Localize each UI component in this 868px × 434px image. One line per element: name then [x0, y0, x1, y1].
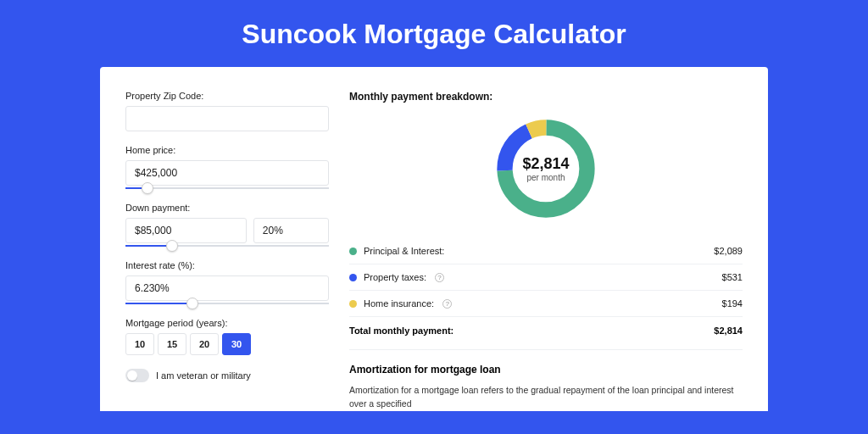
legend-label: Home insurance: — [364, 298, 434, 309]
interest-input[interactable] — [125, 275, 329, 301]
home-price-group: Home price: — [125, 145, 329, 189]
home-price-slider[interactable] — [125, 187, 329, 189]
down-payment-pct-input[interactable] — [253, 218, 329, 243]
period-20[interactable]: 20 — [190, 333, 219, 355]
dot-yellow-icon — [349, 300, 357, 308]
veteran-row: I am veteran or military — [125, 369, 329, 382]
interest-slider[interactable] — [125, 303, 329, 304]
page-title: Suncook Mortgage Calculator — [0, 0, 868, 67]
period-30[interactable]: 30 — [222, 333, 251, 355]
period-group: Mortgage period (years): 10 15 20 30 — [125, 318, 329, 355]
period-label: Mortgage period (years): — [125, 318, 329, 328]
breakdown-panel: Monthly payment breakdown: $2,814 per mo… — [349, 91, 743, 411]
interest-group: Interest rate (%): — [125, 260, 329, 304]
total-label: Total monthly payment: — [349, 326, 453, 336]
zip-label: Property Zip Code: — [125, 91, 329, 101]
amortization-title: Amortization for mortgage loan — [349, 364, 743, 376]
donut-amount: $2,814 — [522, 155, 569, 173]
down-payment-slider[interactable] — [125, 245, 329, 247]
legend-taxes: Property taxes: ? $531 — [349, 264, 743, 291]
veteran-label: I am veteran or military — [156, 370, 251, 381]
period-10[interactable]: 10 — [125, 333, 154, 355]
down-payment-input[interactable] — [125, 218, 247, 243]
donut-sub: per month — [526, 173, 565, 182]
calculator-card: Property Zip Code: Home price: Down paym… — [100, 67, 768, 411]
dot-blue-icon — [349, 274, 357, 281]
period-buttons: 10 15 20 30 — [125, 333, 329, 355]
legend-value: $2,089 — [714, 246, 743, 256]
legend-insurance: Home insurance: ? $194 — [349, 291, 743, 317]
legend-value: $194 — [722, 298, 743, 309]
donut-chart: $2,814 per month — [492, 114, 600, 223]
home-price-input[interactable] — [125, 160, 329, 186]
amortization-section: Amortization for mortgage loan Amortizat… — [349, 349, 743, 411]
veteran-toggle[interactable] — [125, 369, 149, 382]
info-icon[interactable]: ? — [442, 299, 452, 309]
info-icon[interactable]: ? — [435, 273, 444, 282]
dot-green-icon — [349, 248, 357, 255]
legend-label: Principal & Interest: — [364, 246, 444, 256]
form-panel: Property Zip Code: Home price: Down paym… — [125, 91, 329, 411]
zip-input[interactable] — [125, 106, 329, 131]
home-price-label: Home price: — [125, 145, 329, 155]
total-value: $2,814 — [714, 326, 743, 336]
down-payment-group: Down payment: — [125, 203, 329, 247]
down-payment-label: Down payment: — [125, 203, 329, 213]
interest-label: Interest rate (%): — [125, 260, 329, 270]
legend-value: $531 — [722, 272, 743, 282]
legend-principal: Principal & Interest: $2,089 — [349, 238, 743, 264]
breakdown-title: Monthly payment breakdown: — [349, 91, 743, 103]
period-15[interactable]: 15 — [158, 333, 186, 355]
total-row: Total monthly payment: $2,814 — [349, 317, 743, 349]
amortization-text: Amortization for a mortgage loan refers … — [349, 384, 743, 411]
legend-label: Property taxes: — [364, 272, 426, 282]
zip-group: Property Zip Code: — [125, 91, 329, 131]
donut-chart-wrap: $2,814 per month — [349, 114, 743, 223]
